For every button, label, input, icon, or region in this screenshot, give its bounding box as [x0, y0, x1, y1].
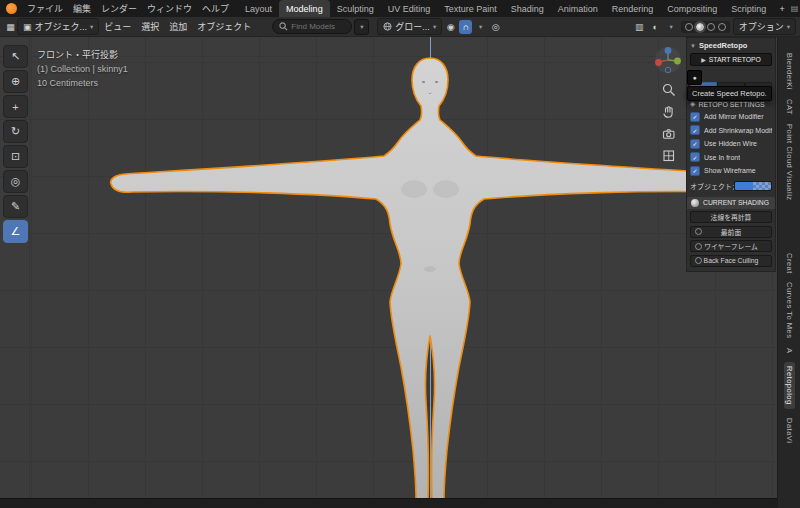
menu-window[interactable]: ウィンドウ — [142, 2, 197, 15]
toggle-in-front-button[interactable]: 最前面 — [690, 226, 772, 238]
view-angle-label: フロント・平行投影 — [37, 48, 128, 62]
menu-view[interactable]: ビュー — [99, 20, 136, 33]
toggle-label: 最前面 — [721, 227, 741, 237]
workspace-tab-rendering[interactable]: Rendering — [605, 0, 661, 17]
shading-material-button[interactable] — [707, 23, 715, 31]
workspace-tab-sculpting[interactable]: Sculpting — [330, 0, 381, 17]
tool-3d-cursor[interactable]: ⊕ — [3, 70, 28, 93]
camera-view-icon[interactable] — [661, 126, 676, 141]
checkbox-label: Add Shrinkwrap Modifier — [704, 127, 772, 134]
object-color-swatch[interactable] — [734, 181, 772, 191]
blender-logo-icon[interactable] — [6, 3, 17, 14]
tool-tweak-select[interactable]: ↖ — [3, 45, 28, 68]
menu-file[interactable]: ファイル — [22, 2, 68, 15]
topbar: ファイル 編集 レンダー ウィンドウ ヘルプ Layout Modeling S… — [0, 0, 800, 17]
search-field[interactable] — [272, 19, 352, 34]
snap-toggle[interactable]: ∩ — [459, 20, 472, 34]
orientation-label: グロー... — [395, 20, 430, 33]
proportional-editing-toggle[interactable]: ◎ — [489, 20, 502, 34]
search-icon — [279, 22, 288, 31]
menu-select[interactable]: 選択 — [136, 20, 164, 33]
xray-toggle[interactable]: ▥ — [633, 20, 646, 34]
pan-hand-icon[interactable] — [661, 104, 676, 119]
menu-add[interactable]: 追加 — [164, 20, 192, 33]
toggle-backface-culling-button[interactable]: Back Face Culling — [690, 255, 772, 267]
tool-scale[interactable]: ⊡ — [3, 145, 28, 168]
mode-dropdown[interactable]: ▣ オブジェク... ▾ — [17, 18, 99, 35]
checkbox-show-wireframe[interactable]: ✓ Show Wireframe — [690, 166, 772, 176]
workspace-tab-modeling[interactable]: Modeling — [279, 0, 330, 17]
tab-curves-to-mesh[interactable]: Curves To Mes — [785, 282, 794, 338]
viewport-3d[interactable]: ↖ ⊕ + ↻ ⊡ ◎ ✎ ∠ フロント・平行投影 (1) Collection… — [0, 37, 800, 499]
orientation-dropdown[interactable]: グロー... ▾ — [377, 18, 442, 35]
menu-object[interactable]: オブジェクト — [192, 20, 256, 33]
recalc-normals-button[interactable]: 法線を再計算 — [690, 211, 772, 223]
workspace-tab-uv-editing[interactable]: UV Editing — [381, 0, 438, 17]
retopo-settings-header: ◈ RETOPO SETTINGS — [690, 100, 772, 108]
checkbox-add-mirror[interactable]: ✓ Add Mirror Modifier — [690, 112, 772, 122]
object-color-row: オブジェクトカ... — [690, 181, 772, 191]
checkbox-add-shrinkwrap[interactable]: ✓ Add Shrinkwrap Modifier — [690, 125, 772, 135]
workspace-tab-texture-paint[interactable]: Texture Paint — [437, 0, 504, 17]
workspace-tab-animation[interactable]: Animation — [551, 0, 605, 17]
tool-annotate[interactable]: ✎ — [3, 195, 28, 218]
search-filter-button[interactable]: ▾ — [354, 19, 369, 35]
y-axis-handle — [674, 58, 681, 65]
shading-sphere-icon — [691, 199, 699, 207]
snap-dropdown[interactable]: ▾ — [474, 20, 487, 34]
tab-point-cloud-visualizer[interactable]: Point Cloud Visualiz — [785, 124, 794, 201]
sidebar-tab-strip: BlenderKi CAT Point Cloud Visualiz Creat… — [777, 37, 800, 508]
shading-wireframe-button[interactable] — [685, 23, 693, 31]
pivot-dropdown[interactable]: ◉ — [444, 20, 457, 34]
workspace-tab-compositing[interactable]: Compositing — [660, 0, 724, 17]
gizmos-dropdown[interactable]: ▾ — [665, 20, 678, 34]
checkbox-checked-icon: ✓ — [690, 166, 700, 176]
checkbox-use-in-front[interactable]: ✓ Use In front — [690, 152, 772, 162]
editor-type-button[interactable]: ▦ — [4, 20, 17, 34]
shading-solid-button[interactable] — [696, 23, 704, 31]
tab-create[interactable]: Creat — [785, 253, 794, 274]
workspace-tab-scripting[interactable]: Scripting — [724, 0, 773, 17]
tab-a[interactable]: A — [785, 348, 794, 354]
tool-transform[interactable]: ◎ — [3, 170, 28, 193]
tab-retopology[interactable]: Retopolog — [784, 362, 795, 409]
tool-shelf: ↖ ⊕ + ↻ ⊡ ◎ ✎ ∠ — [3, 45, 28, 243]
add-workspace-button[interactable]: + — [773, 0, 790, 17]
workspace-tab-layout[interactable]: Layout — [238, 0, 279, 17]
search-input[interactable] — [291, 22, 345, 31]
overlays-dropdown[interactable]: ◐ — [649, 20, 662, 34]
tool-rotate[interactable]: ↻ — [3, 120, 28, 143]
shading-rendered-button[interactable] — [718, 23, 726, 31]
left-eye — [422, 81, 425, 83]
menu-render[interactable]: レンダー — [96, 2, 142, 15]
object-mode-icon: ▣ — [23, 22, 32, 32]
tool-move[interactable]: + — [3, 95, 28, 118]
tooltip: ● Create Speed Retopo. — [687, 70, 772, 101]
collapse-caret-icon: ▼ — [690, 43, 696, 49]
tab-cat[interactable]: CAT — [785, 99, 794, 115]
tab-blenderkit[interactable]: BlenderKi — [785, 53, 794, 90]
start-retopo-label: START RETOPO — [709, 56, 761, 63]
tool-measure-active[interactable]: ∠ — [3, 220, 28, 243]
object-color-label: オブジェクトカ... — [690, 181, 734, 191]
start-retopo-button[interactable]: ▶ START RETOPO — [690, 53, 772, 66]
toggle-wireframe-button[interactable]: ワイヤーフレーム — [690, 240, 772, 252]
radio-icon — [695, 243, 702, 250]
perspective-grid-icon[interactable] — [661, 148, 676, 163]
menu-edit[interactable]: 編集 — [68, 2, 96, 15]
menu-help[interactable]: ヘルプ — [197, 2, 234, 15]
panel-header[interactable]: ▼ SpeedRetopo — [690, 41, 772, 50]
options-dropdown[interactable]: オプション ▾ — [733, 18, 796, 35]
orientation-gizmo[interactable] — [653, 45, 683, 75]
current-shading-header[interactable]: CURRENT SHADING — [687, 197, 775, 209]
workspace-tab-shading[interactable]: Shading — [504, 0, 551, 17]
zoom-icon[interactable] — [661, 82, 676, 97]
tooltip-text: Create Speed Retopo. — [687, 86, 772, 101]
scene-selector[interactable]: ▤ Scene — [791, 4, 800, 14]
radio-icon — [695, 228, 702, 235]
tab-datavis[interactable]: DataVi — [785, 418, 794, 443]
tooltip-operator-icon: ● — [687, 70, 702, 85]
checkbox-use-hidden-wire[interactable]: ✓ Use Hidden Wire — [690, 139, 772, 149]
current-shading-label: CURRENT SHADING — [703, 199, 769, 206]
globe-icon — [383, 22, 392, 31]
